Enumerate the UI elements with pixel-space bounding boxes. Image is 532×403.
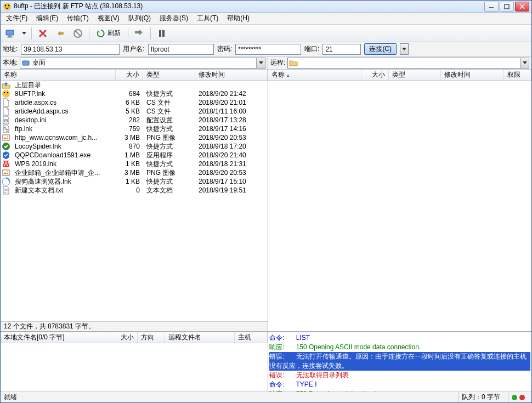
pause-button[interactable]: [154, 26, 169, 41]
chevron-down-icon[interactable]: [520, 58, 529, 68]
remote-pane: 远程: 名称 ▵ 大小 类型 修改时间 权限: [268, 56, 531, 331]
svg-rect-29: [3, 170, 9, 175]
col-direction[interactable]: 方向: [138, 332, 165, 343]
menubar: 文件(F)编辑(E)传输(T)视图(V)队列(Q)服务器(S)工具(T)帮助(H…: [1, 13, 531, 25]
svg-point-2: [8, 4, 10, 6]
menu-item[interactable]: 服务器(S): [155, 13, 193, 24]
status-leds: [508, 392, 528, 402]
col-size[interactable]: 大小: [110, 332, 138, 343]
list-item[interactable]: LocoySpider.lnk870快捷方式2018/9/18 17:20: [1, 142, 268, 151]
col-size[interactable]: 大小: [116, 70, 143, 80]
local-label: 本地:: [3, 58, 18, 67]
svg-text:W: W: [3, 160, 9, 168]
list-item[interactable]: articleAdd.aspx.cs5 KBCS 文件2018/1/11 16:…: [1, 107, 268, 116]
connect-dropdown[interactable]: [400, 43, 409, 55]
list-item[interactable]: QQPCDownload1591.exe1 MB应用程序2018/9/20 21…: [1, 151, 268, 160]
local-pane: 本地: 桌面 名称 大小 类型 修改时间 上层目录8UFTP.lnk684快捷方…: [1, 56, 268, 331]
led-green-icon: [512, 395, 517, 400]
list-item[interactable]: WWPS 2019.lnk1 KB快捷方式2018/9/18 21:31: [1, 160, 268, 168]
connect-button[interactable]: 连接(C): [364, 43, 397, 55]
menu-item[interactable]: 帮助(H): [223, 13, 254, 24]
remote-path-combo[interactable]: [287, 58, 529, 69]
col-name[interactable]: 名称: [1, 70, 116, 80]
disconnect-button[interactable]: [35, 26, 50, 41]
queue-list[interactable]: [1, 343, 268, 391]
list-item[interactable]: ftp.lnk759快捷方式2018/9/17 14:16: [1, 124, 268, 133]
minimize-button[interactable]: [484, 2, 499, 12]
window-titlebar: 8uftp - 已连接到 新 FTP 站点 (39.108.53.13): [1, 1, 531, 13]
col-remote-name[interactable]: 远程文件名: [165, 332, 235, 343]
menu-item[interactable]: 编辑(E): [32, 13, 63, 24]
local-path-combo[interactable]: 桌面: [20, 58, 265, 69]
col-size[interactable]: 大小: [361, 70, 389, 80]
col-host[interactable]: 主机: [235, 332, 268, 343]
list-item[interactable]: http_www.qcnsw.com_jc.h...3 MBPNG 图像2018…: [1, 133, 268, 142]
menu-item[interactable]: 视图(V): [93, 13, 124, 24]
list-item[interactable]: article.aspx.cs6 KBCS 文件2018/9/20 21:01: [1, 98, 268, 107]
svg-point-0: [3, 3, 11, 10]
svg-point-1: [5, 4, 7, 6]
col-type[interactable]: 类型: [143, 70, 195, 80]
reconnect-button[interactable]: [53, 26, 68, 41]
menu-item[interactable]: 队列(Q): [124, 13, 155, 24]
list-item[interactable]: 企业邮箱_企业邮箱申请_企...3 MBPNG 图像2018/9/20 20:5…: [1, 168, 268, 177]
password-label: 密码:: [217, 44, 232, 54]
svg-point-21: [5, 120, 7, 121]
port-input[interactable]: [322, 44, 361, 55]
svg-point-19: [7, 92, 8, 93]
status-queue: 队列：0 字节: [458, 392, 503, 402]
svg-rect-24: [3, 135, 9, 140]
col-date[interactable]: 修改时间: [441, 70, 504, 80]
tool-computer[interactable]: [3, 26, 18, 41]
window-title: 8uftp - 已连接到 新 FTP 站点 (39.108.53.13): [14, 2, 484, 11]
col-type[interactable]: 类型: [389, 70, 441, 80]
list-item[interactable]: 新建文本文档.txt0文本文档2018/9/19 19:51: [1, 186, 268, 195]
address-input[interactable]: [21, 44, 120, 55]
menu-item[interactable]: 工具(T): [193, 13, 223, 24]
menu-item[interactable]: 传输(T): [63, 13, 93, 24]
abort-button[interactable]: [70, 26, 86, 41]
address-label: 地址:: [3, 44, 18, 54]
transfer-mode-button[interactable]: [132, 26, 147, 41]
local-file-list[interactable]: 上层目录8UFTP.lnk684快捷方式2018/9/20 21:42artic…: [1, 81, 268, 321]
svg-rect-4: [505, 4, 509, 9]
log-line: 错误: 无法打开传输通道。原因：由于连接方在一段时间后没有正确答复或连接的主机没…: [269, 352, 530, 371]
svg-rect-16: [22, 61, 29, 65]
svg-line-13: [75, 31, 81, 36]
chevron-down-icon[interactable]: [256, 58, 265, 68]
close-button[interactable]: [515, 2, 529, 12]
led-red-icon: [519, 395, 525, 400]
list-item[interactable]: 搜狗高速浏览器.lnk1 KB快捷方式2018/9/17 15:10: [1, 177, 268, 186]
up-directory[interactable]: 上层目录: [1, 81, 268, 89]
col-perm[interactable]: 权限: [504, 70, 531, 80]
svg-rect-7: [6, 30, 14, 35]
log-line: 错误: 无法取得目录列表: [269, 371, 530, 380]
username-input[interactable]: [148, 44, 214, 55]
password-input[interactable]: [235, 44, 301, 55]
log-pane[interactable]: 命令: LIST响应: 150 Opening ASCII mode data …: [268, 332, 531, 391]
log-line: 命令: LIST: [269, 333, 530, 343]
list-item[interactable]: desktop.ini282配置设置2018/9/17 13:28: [1, 116, 268, 124]
app-icon: [3, 2, 12, 11]
refresh-button[interactable]: 刷新: [93, 26, 124, 41]
toolbar: 刷新: [1, 25, 531, 42]
col-local-name[interactable]: 本地文件名[0/0 字节]: [1, 332, 110, 343]
svg-point-30: [7, 171, 8, 172]
menu-item[interactable]: 文件(F): [2, 13, 32, 24]
list-item[interactable]: 8UFTP.lnk684快捷方式2018/9/20 21:42: [1, 89, 268, 98]
statusbar: 就绪 队列：0 字节: [1, 391, 531, 402]
log-line: 命令: TYPE I: [269, 380, 530, 389]
remote-file-list[interactable]: [268, 81, 531, 331]
username-label: 用户名:: [123, 44, 144, 54]
queue-pane: 本地文件名[0/0 字节] 大小 方向 远程文件名 主机: [1, 332, 268, 391]
port-label: 端口:: [304, 44, 319, 54]
col-name[interactable]: 名称 ▵: [268, 70, 361, 80]
remote-label: 远程:: [270, 58, 285, 67]
tool-computer-drop[interactable]: [20, 26, 28, 41]
col-date[interactable]: 修改时间: [195, 70, 268, 80]
local-status: 12 个文件，共 8783831 字节。: [1, 321, 268, 331]
maximize-button[interactable]: [500, 2, 514, 12]
refresh-label: 刷新: [107, 29, 121, 38]
local-columns-header: 名称 大小 类型 修改时间: [1, 70, 268, 81]
queue-columns-header: 本地文件名[0/0 字节] 大小 方向 远程文件名 主机: [1, 332, 268, 343]
